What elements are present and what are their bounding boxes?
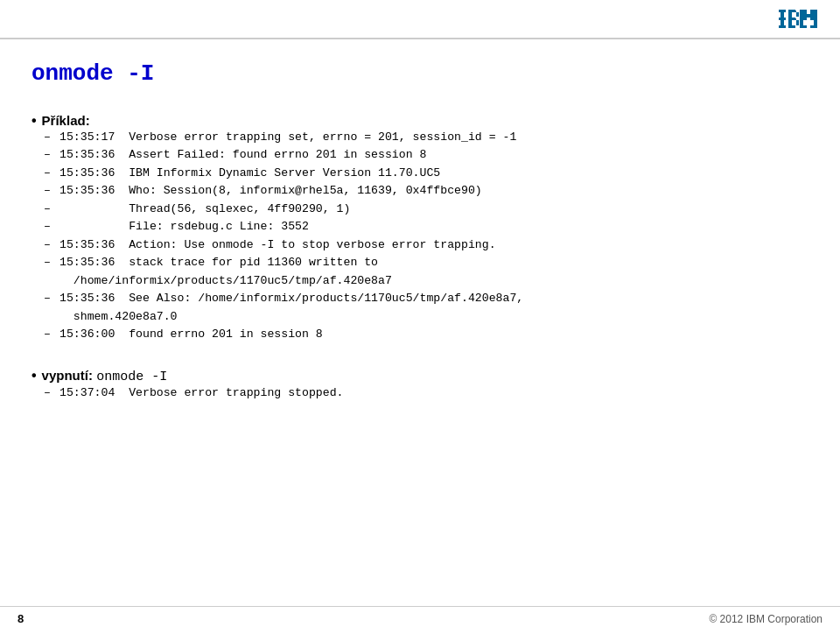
dash-1: – [44,129,56,146]
code-text-3: 15:35:36 IBM Informix Dynamic Server Ver… [60,165,440,182]
svg-rect-7 [788,25,795,28]
svg-rect-14 [800,10,807,12]
svg-rect-12 [792,18,796,20]
code-text-1: 15:35:17 Verbose error trapping set, err… [60,129,516,146]
svg-rect-21 [810,25,817,28]
code-text-10: 15:35:36 See Also: /home/informix/produc… [60,290,523,307]
code-line-5: – Thread(56, sqlexec, 4ff90290, 1) [44,201,808,218]
svg-rect-20 [810,18,817,20]
page-title: onmode -I [32,60,808,87]
dash-2: – [44,146,56,164]
vypnuti-code-block: – 15:37:04 Verbose error trapping stoppe… [44,384,808,402]
code-line-12: – 15:36:00 found errno 201 in session 8 [44,326,808,343]
svg-rect-8 [788,12,792,18]
svg-rect-17 [800,12,803,18]
code-text-11: shmem.420e8a7.0 [60,308,178,326]
dash-10: – [44,290,56,307]
example-code-block: – 15:35:17 Verbose error trapping set, e… [44,129,808,343]
main-content: onmode -I • Příklad: – 15:35:17 Verbose … [0,39,840,445]
code-text-2: 15:35:36 Assert Failed: found errno 201 … [60,146,426,164]
code-line-3: – 15:35:36 IBM Informix Dynamic Server V… [44,165,808,182]
dash-12: – [44,326,56,343]
dash-8: – [44,254,56,271]
top-bar [0,0,840,39]
vypnuti-label: vypnutí: onmode -I [42,368,168,384]
svg-rect-3 [780,12,784,18]
code-line-4: – 15:35:36 Who: Session(8, informix@rhel… [44,182,808,200]
footer: 8 © 2012 IBM Corporation [0,606,840,625]
svg-rect-11 [796,12,799,17]
dash-4: – [44,182,56,200]
vypnuti-line-1: – 15:37:04 Verbose error trapping stoppe… [44,384,808,402]
example-label: Příklad: [42,113,90,128]
code-line-2: – 15:35:36 Assert Failed: found errno 20… [44,146,808,164]
svg-rect-0 [779,10,786,12]
svg-rect-19 [810,10,817,12]
code-line-8: – 15:35:36 stack trace for pid 11360 wri… [44,254,808,271]
code-line-1: – 15:35:17 Verbose error trapping set, e… [44,129,808,146]
vypnuti-text-1: 15:37:04 Verbose error trapping stopped. [60,384,343,402]
vypnuti-header: • vypnutí: onmode -I [32,368,808,384]
code-text-6: File: rsdebug.c Line: 3552 [60,218,309,236]
svg-rect-18 [800,20,803,25]
copyright-text: © 2012 IBM Corporation [709,613,822,625]
svg-rect-10 [792,11,796,12]
bullet-icon: • [32,113,37,129]
svg-rect-23 [814,20,817,25]
code-text-12: 15:36:00 found errno 201 in session 8 [60,326,323,343]
code-text-5: Thread(56, sqlexec, 4ff90290, 1) [60,201,350,218]
ibm-logo-icon [779,10,824,29]
code-text-9: /home/informix/products/1170uc5/tmp/af.4… [60,272,392,290]
code-line-6: – File: rsdebug.c Line: 3552 [44,218,808,236]
code-text-4: 15:35:36 Who: Session(8, informix@rhel5a… [60,182,482,200]
vypnuti-dash-1: – [44,384,56,402]
svg-rect-1 [779,18,786,20]
code-text-8: 15:35:36 stack trace for pid 11360 writt… [60,254,378,271]
page-number: 8 [18,612,24,625]
example-header: • Příklad: [32,113,808,129]
dash-5: – [44,201,56,218]
vypnuti-section: • vypnutí: onmode -I – 15:37:04 Verbose … [32,368,808,402]
dash-3: – [44,165,56,182]
svg-rect-4 [780,20,784,25]
svg-rect-2 [779,25,786,28]
code-line-9: /home/informix/products/1170uc5/tmp/af.4… [44,272,808,290]
example-section: • Příklad: – 15:35:17 Verbose error trap… [32,113,808,343]
dash-7: – [44,236,56,254]
svg-rect-26 [806,14,815,18]
svg-rect-15 [800,18,807,20]
svg-rect-13 [796,20,799,25]
code-line-10: – 15:35:36 See Also: /home/informix/prod… [44,290,808,307]
vypnuti-bullet-icon: • [32,368,37,384]
dash-6: – [44,218,56,236]
svg-rect-9 [788,20,792,25]
code-line-7: – 15:35:36 Action: Use onmode -I to stop… [44,236,808,254]
code-line-11: shmem.420e8a7.0 [44,308,808,326]
code-text-7: 15:35:36 Action: Use onmode -I to stop v… [60,236,496,254]
svg-rect-16 [800,25,807,28]
